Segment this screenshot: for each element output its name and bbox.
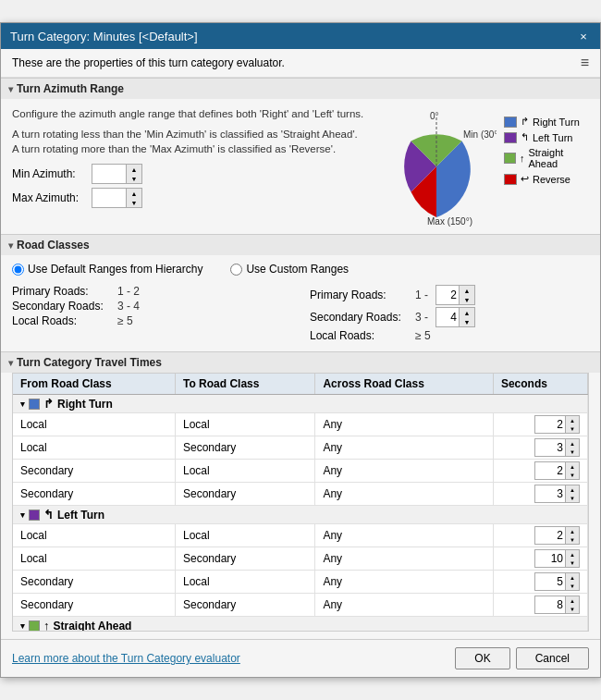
seconds-spinbox[interactable]: ▲ ▼ — [501, 485, 580, 503]
max-azimuth-spinbox[interactable]: 150 ▲ ▼ — [92, 188, 142, 208]
secondary-roads-custom-row: Secondary Roads: 3 - ▲ ▼ — [310, 307, 589, 327]
cell-from-road-class: Secondary — [13, 594, 175, 617]
azimuth-section-header[interactable]: ▾ Turn Azimuth Range — [1, 78, 600, 99]
cell-to-road-class: Secondary — [175, 436, 314, 460]
cell-from-road-class: Secondary — [13, 571, 175, 594]
sec-up-button[interactable]: ▲ — [566, 550, 579, 559]
sec-spin-input[interactable] — [535, 440, 565, 455]
cell-to-road-class: Local — [175, 571, 314, 594]
primary-roads-custom-label: Primary Roads: — [310, 289, 411, 301]
sec-up-button[interactable]: ▲ — [566, 439, 579, 448]
local-roads-custom-label: Local Roads: — [310, 329, 411, 342]
min-azimuth-up-button[interactable]: ▲ — [127, 165, 141, 174]
sec-spin-container[interactable]: ▲ ▼ — [534, 572, 580, 591]
seconds-spinbox[interactable]: ▲ ▼ — [501, 596, 580, 614]
close-button[interactable]: × — [576, 29, 591, 43]
min-azimuth-spinbox[interactable]: 30 ▲ ▼ — [92, 164, 142, 184]
cell-across-road-class: Any — [315, 413, 493, 436]
cell-from-road-class: Secondary — [13, 483, 175, 506]
sec-down-button[interactable]: ▼ — [566, 559, 579, 567]
table-row: SecondaryLocalAny ▲ ▼ — [13, 571, 588, 594]
min-azimuth-down-button[interactable]: ▼ — [127, 174, 141, 183]
sec-spin-container[interactable]: ▲ ▼ — [534, 596, 580, 614]
secondary-roads-up[interactable]: ▲ — [460, 308, 474, 317]
primary-roads-up[interactable]: ▲ — [460, 286, 474, 295]
secondary-roads-spin-buttons: ▲ ▼ — [459, 308, 474, 326]
sec-up-button[interactable]: ▲ — [566, 573, 579, 582]
sec-spin-input[interactable] — [535, 463, 565, 478]
table-row: LocalLocalAny ▲ ▼ — [13, 524, 588, 547]
radio-custom-ranges-input[interactable] — [230, 264, 242, 276]
sec-down-button[interactable]: ▼ — [566, 535, 579, 544]
menu-icon[interactable]: ≡ — [581, 55, 589, 71]
secondary-roads-custom-prefix: 3 - — [415, 311, 428, 324]
local-roads-custom-row: Local Roads: ≥ 5 — [310, 329, 589, 342]
road-classes-section-label: Road Classes — [17, 239, 90, 252]
sec-spin-container[interactable]: ▲ ▼ — [534, 461, 580, 480]
sec-down-button[interactable]: ▼ — [566, 605, 579, 613]
secondary-roads-spin-input[interactable] — [436, 310, 459, 325]
cell-from-road-class: Local — [13, 413, 175, 436]
travel-times-section-header[interactable]: ▾ Turn Category Travel Times — [1, 351, 600, 373]
sec-down-button[interactable]: ▼ — [566, 424, 579, 433]
seconds-spinbox[interactable]: ▲ ▼ — [501, 549, 580, 568]
secondary-roads-spinbox[interactable]: ▲ ▼ — [435, 307, 475, 327]
max-azimuth-up-button[interactable]: ▲ — [127, 189, 141, 198]
sec-spin-input[interactable] — [535, 597, 565, 612]
cancel-button[interactable]: Cancel — [516, 647, 589, 669]
table-row: LocalSecondaryAny ▲ ▼ — [13, 547, 588, 571]
sec-up-button[interactable]: ▲ — [566, 485, 579, 494]
sec-down-button[interactable]: ▼ — [566, 448, 579, 456]
primary-roads-spinbox[interactable]: ▲ ▼ — [435, 285, 475, 305]
radio-custom-ranges-label[interactable]: Use Custom Ranges — [230, 263, 349, 276]
seconds-spinbox[interactable]: ▲ ▼ — [501, 526, 580, 545]
group-header-0[interactable]: ▾ ↱ Right Turn — [13, 395, 588, 413]
dialog-window: Turn Category: Minutes [<Default>] × The… — [0, 22, 601, 678]
seconds-spinbox[interactable]: ▲ ▼ — [501, 572, 580, 591]
sec-down-button[interactable]: ▼ — [566, 494, 579, 502]
radio-default-ranges-label[interactable]: Use Default Ranges from Hierarchy — [12, 263, 202, 276]
travel-times-section: ▾ Turn Category Travel Times From Road C… — [1, 351, 600, 639]
group-header-1[interactable]: ▾ ↰ Left Turn — [13, 506, 588, 524]
travel-table-wrapper[interactable]: From Road Class To Road Class Across Roa… — [12, 373, 589, 632]
sec-spin-input[interactable] — [535, 486, 565, 501]
sec-spin-container[interactable]: ▲ ▼ — [534, 526, 580, 545]
sec-down-button[interactable]: ▼ — [566, 471, 579, 479]
dialog-footer: Learn more about the Turn Category evalu… — [1, 639, 600, 677]
seconds-spinbox[interactable]: ▲ ▼ — [501, 461, 580, 480]
sec-spin-input[interactable] — [535, 417, 565, 432]
sec-up-button[interactable]: ▲ — [566, 462, 579, 471]
max-azimuth-input[interactable]: 150 — [92, 190, 126, 205]
road-classes-section-header[interactable]: ▾ Road Classes — [1, 234, 600, 255]
legend-icon-left-turn: ↰ — [521, 131, 529, 143]
primary-roads-down[interactable]: ▼ — [460, 295, 474, 304]
group-header-2[interactable]: ▾ ↑ Straight Ahead — [13, 617, 588, 632]
sec-spin-container[interactable]: ▲ ▼ — [534, 549, 580, 568]
ok-button[interactable]: OK — [455, 647, 509, 669]
road-classes-content: Use Default Ranges from Hierarchy Use Cu… — [12, 263, 589, 344]
legend-color-left-turn — [504, 132, 517, 143]
sec-spin-input[interactable] — [535, 528, 565, 543]
seconds-spinbox[interactable]: ▲ ▼ — [501, 438, 580, 457]
cell-seconds: ▲ ▼ — [493, 524, 587, 547]
sec-spin-container[interactable]: ▲ ▼ — [534, 438, 580, 457]
sec-spin-input[interactable] — [535, 551, 565, 566]
min-azimuth-input[interactable]: 30 — [92, 166, 126, 181]
sec-up-button[interactable]: ▲ — [566, 527, 579, 535]
secondary-roads-down[interactable]: ▼ — [460, 317, 474, 326]
sec-spin-input[interactable] — [535, 574, 565, 589]
sec-up-button[interactable]: ▲ — [566, 416, 579, 424]
group-arrow-1: ▾ — [20, 510, 25, 520]
sec-spin-buttons: ▲ ▼ — [565, 439, 579, 456]
svg-text:0°: 0° — [430, 111, 439, 121]
primary-roads-spin-input[interactable] — [436, 288, 459, 302]
sec-spin-container[interactable]: ▲ ▼ — [534, 415, 580, 434]
sec-spin-container[interactable]: ▲ ▼ — [534, 485, 580, 503]
radio-default-ranges-input[interactable] — [12, 264, 24, 276]
seconds-spinbox[interactable]: ▲ ▼ — [501, 415, 580, 434]
help-link[interactable]: Learn more about the Turn Category evalu… — [12, 652, 240, 665]
sec-up-button[interactable]: ▲ — [566, 596, 579, 605]
max-azimuth-down-button[interactable]: ▼ — [127, 198, 141, 207]
cell-across-road-class: Any — [315, 460, 493, 483]
sec-down-button[interactable]: ▼ — [566, 582, 579, 590]
